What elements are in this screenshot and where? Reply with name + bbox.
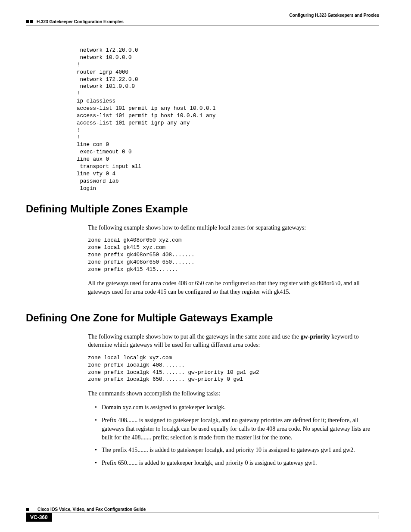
section-heading-multiple-zones: Defining Multiple Zones Example: [26, 203, 379, 215]
section2-para1: The following example shows how to put a…: [88, 333, 377, 349]
list-item: Prefix 650....... is added to gatekeeper…: [95, 459, 377, 467]
page-footer: Cisco IOS Voice, Video, and Fax Configur…: [26, 507, 379, 522]
section1-para2: All the gateways used for area codes 408…: [88, 279, 377, 296]
header-decoration: [26, 20, 33, 23]
para1-bold: gw-priority: [300, 333, 330, 340]
section1-para1: The following example shows how to defin…: [88, 224, 377, 232]
footer-decoration: [26, 508, 29, 511]
list-item: Domain xyz.com is assigned to gatekeeper…: [95, 403, 377, 412]
bullet-list: Domain xyz.com is assigned to gatekeeper…: [95, 403, 377, 467]
para1-pre: The following example shows how to put a…: [88, 333, 300, 340]
section1-code: zone local gk408or650 xyz.com zone local…: [88, 237, 379, 273]
list-item: Prefix 408....... is assigned to gatekee…: [95, 416, 377, 442]
section-title: H.323 Gatekeeper Configuration Examples: [37, 19, 124, 24]
section-header-row: H.323 Gatekeeper Configuration Examples: [26, 19, 379, 24]
code-block-1: network 172.20.0.0 network 10.0.0.0 ! ro…: [77, 47, 379, 193]
page-number: VC-360: [26, 513, 52, 522]
crop-mark: [379, 515, 379, 519]
chapter-title: Configuring H.323 Gatekeepers and Proxie…: [26, 13, 379, 18]
section2-para2: The commands shown accomplish the follow…: [88, 389, 377, 398]
book-title: Cisco IOS Voice, Video, and Fax Configur…: [37, 507, 146, 512]
section-heading-one-zone: Defining One Zone for Multiple Gateways …: [26, 312, 379, 324]
header-rule: [26, 25, 379, 25]
footer-rule: [26, 513, 379, 513]
list-item: The prefix 415....... is added to gateke…: [95, 446, 377, 454]
section2-code: zone local localgk xyz.com zone prefix l…: [88, 355, 379, 384]
